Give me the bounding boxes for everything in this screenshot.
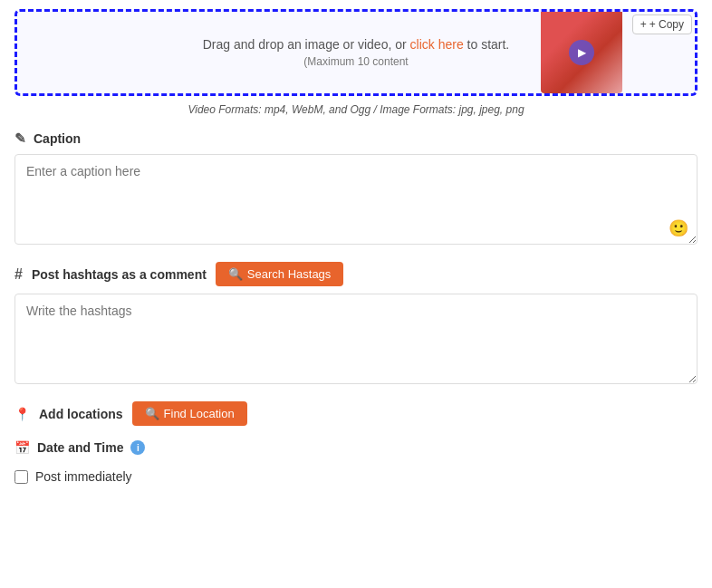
dropzone[interactable]: Drag and drop an image or video, or clic… (14, 9, 698, 96)
info-icon-label: i (137, 443, 140, 453)
copy-icon: + (640, 18, 647, 31)
copy-label: + Copy (649, 18, 684, 31)
hashtag-label: Post hashtags as a comment (32, 267, 207, 282)
format-hints: Video Formats: mp4, WebM, and Ogg / Imag… (14, 103, 698, 116)
copy-button[interactable]: + + Copy (632, 14, 692, 34)
search-hashtags-button[interactable]: 🔍 Search Hastags (216, 262, 344, 286)
image-formats: jpg, jpeg, png (459, 103, 524, 116)
image-format-label: Image Formats: (380, 103, 456, 116)
hashtag-textarea[interactable] (14, 294, 698, 384)
info-icon[interactable]: i (130, 440, 145, 455)
caption-section: ✎ Caption 🙂 (14, 130, 698, 247)
caption-header: ✎ Caption (14, 130, 698, 147)
datetime-label: Date and Time (37, 440, 123, 455)
video-format-label: Video Formats: (188, 103, 261, 116)
calendar-icon: 📅 (14, 440, 30, 455)
thumbnail-image: ▶ (541, 12, 622, 93)
caption-title: Caption (34, 131, 81, 146)
edit-icon: ✎ (14, 130, 26, 147)
find-location-label: Find Location (164, 407, 235, 420)
thumbnail-container: ▶ (541, 12, 622, 93)
emoji-icon[interactable]: 🙂 (669, 218, 688, 238)
location-label: Add locations (39, 407, 123, 421)
video-formats: mp4, WebM, and Ogg (265, 103, 370, 116)
search-hashtags-label: Search Hastags (247, 267, 332, 281)
dropzone-wrapper: Drag and drop an image or video, or clic… (14, 9, 698, 96)
caption-textarea[interactable] (14, 154, 698, 245)
post-immediately-section: Post immediately (14, 469, 698, 484)
search-icon: 🔍 (228, 267, 243, 281)
hash-symbol: # (14, 266, 23, 283)
find-location-button[interactable]: 🔍 Find Location (132, 401, 247, 426)
dropzone-click-link[interactable]: click here (410, 37, 464, 52)
datetime-section: 📅 Date and Time i (14, 440, 698, 455)
post-immediately-label: Post immediately (35, 469, 132, 484)
post-immediately-checkbox[interactable] (14, 470, 28, 484)
play-button: ▶ (569, 40, 594, 65)
location-section: 📍 Add locations 🔍 Find Location (14, 401, 698, 426)
location-search-icon: 🔍 (145, 407, 159, 420)
caption-box: 🙂 (14, 154, 698, 247)
hashtag-section: # Post hashtags as a comment 🔍 Search Ha… (14, 262, 698, 387)
pin-icon: 📍 (14, 407, 30, 421)
hashtag-header: # Post hashtags as a comment 🔍 Search Ha… (14, 262, 698, 286)
